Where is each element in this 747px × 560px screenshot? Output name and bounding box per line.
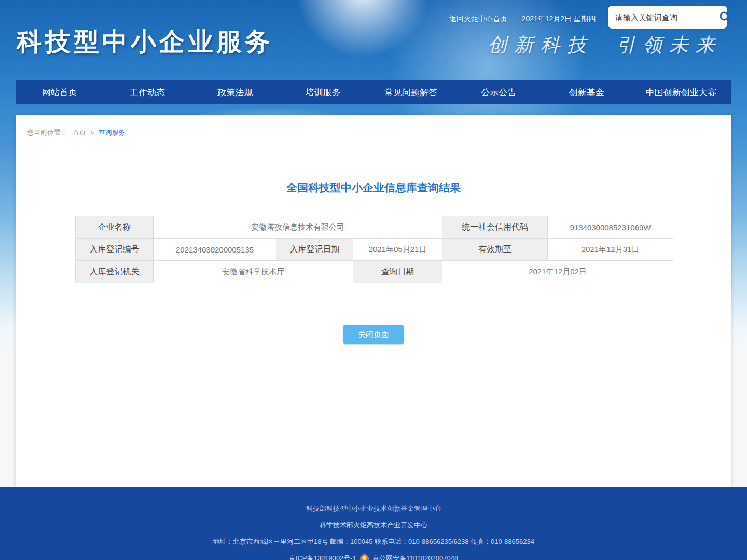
registration-number-label: 入库登记编号 xyxy=(76,239,154,261)
current-date: 2021年12月2日 星期四 xyxy=(522,15,596,24)
content-panel: 您当前位置： 首页 > 查询服务 全国科技型中小企业信息库查询结果 企业名称 安… xyxy=(16,115,731,487)
site-logo: 科技型中小企业服务 xyxy=(17,25,273,59)
table-row: 入库登记编号 202134030200005135 入库登记日期 2021年05… xyxy=(76,239,673,261)
credit-code-label: 统一社会信用代码 xyxy=(442,216,548,239)
company-name-value: 安徽塔孜信息技术有限公司 xyxy=(154,216,442,239)
search-box[interactable] xyxy=(608,6,727,29)
registration-number-value: 202134030200005135 xyxy=(154,239,276,261)
company-name-label: 企业名称 xyxy=(76,216,154,239)
breadcrumb: 您当前位置： 首页 > 查询服务 xyxy=(16,115,731,150)
nav-item-announcements[interactable]: 公示公告 xyxy=(455,80,543,104)
credit-code-value: 91340300085231069W xyxy=(548,216,673,239)
table-row: 企业名称 安徽塔孜信息技术有限公司 统一社会信用代码 9134030008523… xyxy=(76,216,673,239)
nav-item-work-news[interactable]: 工作动态 xyxy=(103,80,191,104)
nav-item-innovation-fund[interactable]: 创新基金 xyxy=(543,80,630,104)
torch-center-home-link[interactable]: 返回火炬中心首页 xyxy=(449,15,507,24)
site-slogan: 创新科技 引领未来 xyxy=(488,32,722,58)
search-icon[interactable] xyxy=(718,10,732,24)
breadcrumb-home-link[interactable]: 首页 xyxy=(73,128,86,137)
query-date-value: 2021年12月02日 xyxy=(442,261,673,283)
registration-authority-value: 安徽省科学技术厅 xyxy=(154,261,353,283)
psb-record-link[interactable]: 京公网安备11010202007048 xyxy=(372,554,458,560)
table-row: 入库登记机关 安徽省科学技术厅 查询日期 2021年12月02日 xyxy=(76,261,673,283)
nav-item-training[interactable]: 培训服务 xyxy=(279,80,367,104)
footer-legal-line: 京ICP备13019302号-1 京公网安备11010202007048 xyxy=(289,554,458,560)
search-input[interactable] xyxy=(615,13,718,22)
nav-item-faq[interactable]: 常见问题解答 xyxy=(367,80,454,104)
breadcrumb-current-link[interactable]: 查询服务 xyxy=(99,128,126,137)
close-page-button[interactable]: 关闭页面 xyxy=(343,325,404,344)
registration-date-label: 入库登记日期 xyxy=(276,239,353,261)
registration-authority-label: 入库登记机关 xyxy=(76,261,154,283)
nav-item-policies[interactable]: 政策法规 xyxy=(191,80,279,104)
query-date-label: 查询日期 xyxy=(353,261,442,283)
breadcrumb-separator: > xyxy=(90,129,94,136)
nav-item-innovation-competition[interactable]: 中国创新创业大赛 xyxy=(630,80,731,104)
page-title: 全国科技型中小企业信息库查询结果 xyxy=(16,180,731,195)
main-nav: 网站首页 工作动态 政策法规 培训服务 常见问题解答 公示公告 创新基金 中国创… xyxy=(16,80,731,104)
footer-org-line-2: 科学技术部火炬高技术产业开发中心 xyxy=(320,521,427,530)
valid-until-value: 2021年12月31日 xyxy=(548,239,673,261)
query-result-table: 企业名称 安徽塔孜信息技术有限公司 统一社会信用代码 9134030008523… xyxy=(75,216,673,283)
public-security-badge-icon xyxy=(360,554,369,560)
valid-until-label: 有效期至 xyxy=(442,239,548,261)
footer-contact-line: 地址：北京市西城区三里河二区甲18号 邮编：100045 联系电话：010-88… xyxy=(213,537,534,547)
registration-date-value: 2021年05月21日 xyxy=(353,239,442,261)
nav-item-home[interactable]: 网站首页 xyxy=(16,80,103,104)
icp-license-link[interactable]: 京ICP备13019302号-1 xyxy=(289,554,356,560)
breadcrumb-prefix: 您当前位置： xyxy=(27,128,67,137)
footer-org-line-1: 科技部科技型中小企业技术创新基金管理中心 xyxy=(306,504,441,513)
footer: 科技部科技型中小企业技术创新基金管理中心 科学技术部火炬高技术产业开发中心 地址… xyxy=(0,487,747,560)
